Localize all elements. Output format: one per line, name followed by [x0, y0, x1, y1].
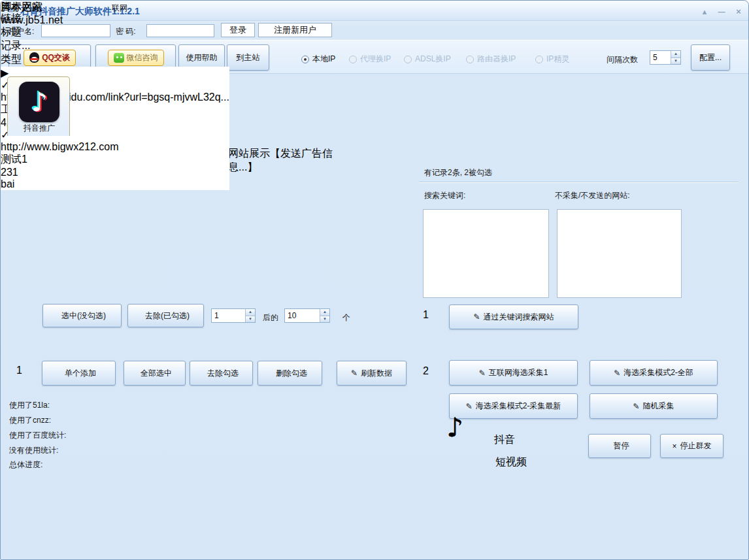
table-row[interactable]: ✓ http://www.bigwx212.com 测试1 231 bai	[1, 129, 229, 190]
select-all-label: 全部选中	[141, 368, 172, 379]
uncheck-label: 去除勾选	[207, 368, 239, 379]
minimize-button[interactable]: —	[716, 7, 727, 17]
progress-label: 使用了百度统计:	[9, 430, 66, 441]
jb51-watermark-url: www.jb51.net	[1, 14, 63, 26]
exclude-label: 不采集/不发送的网站:	[555, 190, 630, 201]
progress-label: 使用了51la:	[9, 400, 50, 411]
interval-label: 间隔次数	[607, 54, 638, 65]
douyin-app-icon: ♪♪♪	[19, 82, 59, 122]
link-cell: http://www.bigwx212.com	[1, 141, 229, 153]
radio-icon	[404, 56, 412, 63]
pen-icon: ✎	[614, 369, 620, 378]
step1-badge: 1	[423, 309, 441, 327]
select-all-button[interactable]: 全部选中	[124, 361, 186, 386]
register-button[interactable]: 注册新用户	[258, 23, 332, 37]
radio-local-ip[interactable]: 本地IP	[301, 54, 335, 65]
douyin-watermark-text: 抖音	[494, 433, 515, 447]
radio-icon	[349, 56, 357, 63]
radio-icon	[466, 56, 474, 63]
spinner-arrows: ▲ ▼	[671, 51, 680, 64]
refresh-data-button[interactable]: ✎ 刷新数据	[337, 361, 407, 386]
progress-label: 使用了cnzz:	[9, 415, 51, 426]
spin-up-icon[interactable]: ▲	[320, 309, 329, 316]
title-cell: 测试1	[1, 153, 229, 167]
pen-icon: ✎	[633, 402, 639, 411]
collect-mode2-latest-label: 海选采集模式2-采集最新	[476, 401, 561, 412]
col-records[interactable]: 记录...	[1, 39, 229, 53]
collect-mode2-latest-button[interactable]: ✎ 海选采集模式2-采集最新	[449, 393, 578, 419]
spin-up-icon[interactable]: ▲	[671, 51, 680, 58]
tab-douyin-promotion[interactable]: ♪♪♪ 抖音推广	[7, 76, 70, 136]
collect-mode2-all-button[interactable]: ✎ 海选采集模式2-全部	[590, 360, 718, 386]
from-spinner[interactable]: ▲▼	[211, 308, 256, 323]
radio-ip-genie[interactable]: IP精灵	[535, 54, 569, 65]
stop-label: 停止群发	[680, 440, 712, 452]
collect-mode2-all-label: 海选采集模式2-全部	[624, 367, 693, 378]
jb51-watermark-title: 脚本之家	[1, 1, 63, 14]
select-unchecked-label: 选中(没勾选)	[61, 310, 106, 321]
pause-button[interactable]: 暂停	[588, 434, 651, 458]
collect-internet-label: 互联网海选采集1	[489, 367, 548, 378]
records-summary: 有记录2条, 2被勾选	[424, 167, 492, 178]
radio-icon	[535, 56, 543, 63]
add-single-label: 单个添加	[65, 368, 96, 379]
jb51-watermark: 脚本之家 www.jb51.net	[1, 1, 63, 26]
spin-down-icon[interactable]: ▼	[320, 316, 329, 323]
spin-down-icon[interactable]: ▼	[246, 316, 255, 323]
douyin-watermark-subtext: 短视频	[495, 455, 527, 469]
keywords-textarea[interactable]	[423, 209, 549, 298]
summary-divider	[419, 182, 738, 182]
unit-label: 个	[342, 312, 350, 323]
search-by-keywords-button[interactable]: ✎ 通过关键词搜索网站	[449, 305, 578, 329]
home-button[interactable]: 到主站	[227, 44, 269, 71]
progress-label: 没有使用统计:	[9, 445, 58, 456]
records-cell: 231	[1, 167, 229, 178]
pen-icon: ✎	[473, 312, 480, 321]
step2-badge: 2	[423, 365, 441, 383]
radio-icon	[301, 56, 309, 63]
radio-router-ip[interactable]: 路由器换IP	[466, 54, 516, 65]
collect-internet-button[interactable]: ✎ 互联网海选采集1	[449, 360, 578, 386]
config-button[interactable]: 配置...	[691, 44, 730, 71]
stop-icon: ×	[672, 442, 676, 451]
exclude-textarea[interactable]	[557, 209, 682, 298]
col-type[interactable]: 类型	[1, 53, 229, 67]
progress-label: 总体进度:	[9, 459, 42, 470]
collect-random-label: 随机采集	[643, 401, 674, 412]
remove-checked-button[interactable]: 去除(已勾选)	[127, 304, 204, 327]
brush-icon: ✎	[351, 369, 358, 378]
radio-proxy-ip[interactable]: 代理换IP	[349, 54, 391, 65]
delete-checked-label: 删除勾选	[276, 368, 307, 379]
pause-label: 暂停	[614, 440, 629, 452]
refresh-label: 刷新数据	[361, 368, 392, 379]
delete-checked-button[interactable]: 删除勾选	[258, 361, 322, 386]
add-single-button[interactable]: 单个添加	[42, 361, 116, 386]
count-spinner[interactable]: ▲▼	[284, 308, 330, 323]
pen-icon: ✎	[479, 369, 486, 378]
count-value[interactable]	[285, 309, 320, 322]
tab-label: 抖音推广	[8, 123, 71, 134]
from-value[interactable]	[212, 309, 245, 322]
col-title[interactable]: 标题	[1, 25, 229, 39]
interval-value[interactable]	[650, 51, 671, 64]
app-window: ≡ 石青抖音推广大师软件1.1.2.1 ▲ — × 用户名: 密 码: 登录 注…	[0, 0, 749, 560]
search-by-keywords-label: 通过关键词搜索网站	[484, 312, 554, 323]
spin-down-icon[interactable]: ▼	[671, 58, 680, 65]
close-button[interactable]: ×	[733, 7, 744, 17]
collapse-button[interactable]: ▲	[699, 7, 710, 17]
remove-checked-label: 去除(已勾选)	[145, 310, 190, 321]
pen-icon: ✎	[466, 402, 473, 411]
spin-up-icon[interactable]: ▲	[246, 309, 255, 316]
network-status-label: 联网	[112, 3, 127, 14]
stop-button[interactable]: × 停止群发	[660, 434, 724, 458]
keywords-label: 搜索关键词:	[424, 190, 465, 201]
type-cell: bai	[1, 178, 229, 190]
radio-adsl-ip[interactable]: ADSL换IP	[404, 54, 451, 65]
between-label: 后的	[263, 312, 278, 323]
collect-random-button[interactable]: ✎ 随机采集	[590, 393, 718, 419]
select-unchecked-button[interactable]: 选中(没勾选)	[42, 304, 122, 327]
interval-spinner[interactable]: ▲ ▼	[650, 50, 681, 65]
step1-left-badge: 1	[16, 365, 34, 382]
uncheck-button[interactable]: 去除勾选	[190, 361, 253, 386]
